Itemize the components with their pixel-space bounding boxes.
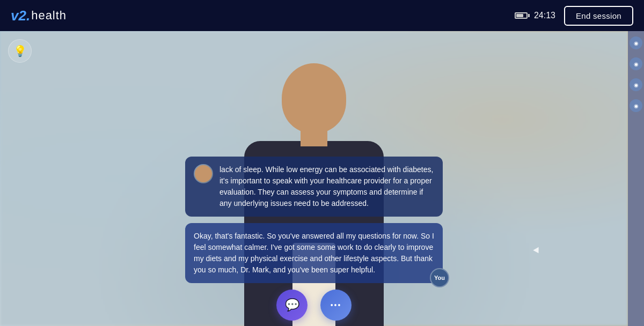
logo-health: health — [31, 9, 67, 23]
session-timer: 24:13 — [534, 11, 555, 20]
doctor-avatar-face — [195, 165, 212, 182]
battery-tip — [528, 14, 530, 17]
battery-body — [515, 12, 528, 19]
user-avatar: You — [430, 268, 449, 287]
panel-icon-3: ◉ — [634, 82, 639, 88]
panel-icon-1: ◉ — [634, 40, 639, 46]
panel-icon-2: ◉ — [634, 61, 639, 67]
chat-bubble-icon: 💬 — [285, 298, 299, 312]
logo: v2. health — [11, 8, 67, 24]
hint-button[interactable]: 💡 — [8, 39, 32, 63]
battery-fill — [516, 14, 523, 17]
lightbulb-icon: 💡 — [13, 45, 27, 57]
doctor-chat-message: lack of sleep. While low energy can be a… — [185, 157, 443, 217]
right-panel-icon-3[interactable]: ◉ — [630, 78, 642, 91]
right-panel: ◉ ◉ ◉ ◉ — [628, 31, 644, 326]
video-area: 💡 lack of sleep. While low energy can be… — [0, 31, 628, 326]
dots-icon: ••• — [331, 301, 342, 309]
bottom-controls: 💬 ••• Generating answer... — [276, 290, 352, 321]
generating-button[interactable]: ••• — [320, 290, 352, 321]
user-chat-message: Okay, that's fantastic. So you've answer… — [185, 223, 443, 283]
doctor-message-text: lack of sleep. While low energy can be a… — [219, 164, 434, 209]
panel-icon-4: ◉ — [634, 103, 639, 109]
right-panel-icon-1[interactable]: ◉ — [630, 36, 642, 49]
chat-bubble-button[interactable]: 💬 — [276, 290, 308, 321]
right-panel-icon-4[interactable]: ◉ — [630, 99, 642, 112]
user-message-text: Okay, that's fantastic. So you've answer… — [194, 232, 434, 274]
doctor-head — [282, 63, 346, 133]
right-panel-icon-2[interactable]: ◉ — [630, 57, 642, 70]
battery-icon — [515, 12, 530, 19]
navbar-right: 24:13 End session — [515, 6, 633, 26]
timer-container: 24:13 — [515, 11, 555, 20]
end-session-button[interactable]: End session — [564, 6, 633, 26]
navbar: v2. health 24:13 End session — [0, 0, 644, 31]
chat-area: lack of sleep. While low energy can be a… — [185, 157, 443, 283]
doctor-avatar — [194, 164, 213, 183]
logo-v2: v2. — [11, 8, 30, 24]
